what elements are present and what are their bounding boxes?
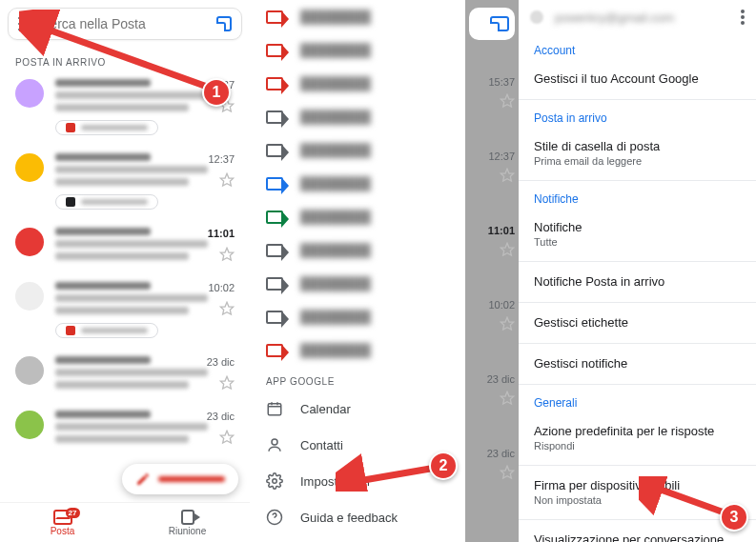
label-icon xyxy=(266,244,283,257)
email-time: 12:37 xyxy=(208,153,235,211)
setting-mobile-signature[interactable]: Firma per dispositivi mobili Non imposta… xyxy=(519,468,756,517)
inbox-section-label: POSTA IN ARRIVO xyxy=(0,48,250,71)
star-icon[interactable] xyxy=(500,168,515,183)
apps-google-label: APP GOOGLE xyxy=(251,367,465,391)
sender-avatar xyxy=(15,153,44,182)
drawer-help[interactable]: Guida e feedback xyxy=(251,499,465,535)
email-item[interactable]: 23 dic xyxy=(0,403,250,457)
label-name: ████████ xyxy=(300,143,371,157)
setting-conversation-view[interactable]: Visualizzazione per conversazione xyxy=(519,522,756,542)
email-item[interactable]: 10:02 xyxy=(0,274,250,349)
setting-notifications[interactable]: Notifiche Tutte xyxy=(519,210,756,259)
drawer-calendar-label: Calendar xyxy=(300,402,351,416)
sender-avatar xyxy=(15,79,44,108)
label-icon xyxy=(266,311,283,324)
nav-mail-label: Posta xyxy=(51,526,75,536)
setting-manage-account[interactable]: Gestisci il tuo Account Google xyxy=(519,61,756,97)
calendar-icon xyxy=(266,400,283,417)
star-icon[interactable] xyxy=(219,301,235,316)
star-icon[interactable] xyxy=(500,93,515,109)
section-general: Generali xyxy=(519,387,756,413)
star-icon[interactable] xyxy=(500,316,515,331)
attachment-chip[interactable] xyxy=(55,120,158,135)
label-name: ████████ xyxy=(300,310,371,324)
gear-icon xyxy=(266,472,283,490)
svg-marker-14 xyxy=(501,391,513,404)
search-input[interactable] xyxy=(40,16,207,31)
nav-mail[interactable]: 27 Posta xyxy=(0,503,125,542)
star-icon[interactable] xyxy=(500,242,515,257)
drawer-label-item[interactable]: ████████ xyxy=(251,167,465,200)
kebab-menu-icon[interactable] xyxy=(741,10,745,25)
star-icon[interactable] xyxy=(500,465,515,480)
star-icon[interactable] xyxy=(219,430,235,445)
sender-avatar xyxy=(15,282,44,311)
email-time: 23 dic xyxy=(207,411,235,448)
setting-default-reply[interactable]: Azione predefinita per le risposte Rispo… xyxy=(519,413,756,463)
email-item[interactable]: 15:37 xyxy=(0,71,250,146)
label-icon xyxy=(266,211,283,224)
label-icon xyxy=(266,44,283,57)
star-icon[interactable] xyxy=(500,391,515,406)
star-icon[interactable] xyxy=(219,98,235,113)
label-name: ████████ xyxy=(300,276,371,291)
drawer-label-item[interactable]: ████████ xyxy=(251,133,465,167)
label-icon xyxy=(266,77,283,90)
setting-inbox-notifications[interactable]: Notifiche Posta in arrivo xyxy=(519,264,756,300)
label-name: ████████ xyxy=(300,243,371,257)
label-icon xyxy=(266,177,283,191)
drawer-help-label: Guida e feedback xyxy=(300,511,398,525)
hamburger-menu-icon[interactable] xyxy=(18,17,31,30)
label-name: ████████ xyxy=(300,210,371,224)
search-bar[interactable] xyxy=(8,8,242,40)
email-item[interactable]: 11:01 xyxy=(0,220,250,274)
star-icon[interactable] xyxy=(219,375,235,391)
svg-marker-3 xyxy=(220,302,233,314)
nav-meet[interactable]: Riunione xyxy=(125,503,250,542)
section-notifications: Notifiche xyxy=(519,183,756,210)
drawer-label-item[interactable]: ████████ xyxy=(251,233,465,267)
video-icon xyxy=(181,510,194,525)
setting-manage-notifications[interactable]: Gestisci notifiche xyxy=(519,346,756,382)
attachment-chip[interactable] xyxy=(55,323,158,338)
label-icon xyxy=(266,277,283,291)
setting-inbox-style[interactable]: Stile di casella di posta Prima email da… xyxy=(519,129,756,178)
attachment-chip[interactable] xyxy=(55,194,158,210)
section-inbox: Posta in arrivo xyxy=(519,102,756,129)
drawer-label-item[interactable]: ████████ xyxy=(251,67,465,100)
email-time: 23 dic xyxy=(207,356,235,393)
sender-avatar xyxy=(15,228,44,256)
star-icon[interactable] xyxy=(219,172,235,188)
drawer-contacts[interactable]: Contatti xyxy=(251,427,465,463)
email-item[interactable]: 12:37 xyxy=(0,146,250,220)
drawer-label-item[interactable]: ████████ xyxy=(251,100,465,133)
drawer-label-item[interactable]: ████████ xyxy=(251,333,465,367)
drawer-label-item[interactable]: ████████ xyxy=(251,200,465,233)
email-item[interactable]: 23 dic xyxy=(0,349,250,403)
label-name: ████████ xyxy=(300,43,371,57)
svg-marker-12 xyxy=(501,243,513,255)
drawer-label-item[interactable]: ████████ xyxy=(251,300,465,333)
nav-meet-label: Riunione xyxy=(169,526,206,536)
compose-fab[interactable] xyxy=(122,464,238,494)
drawer-settings[interactable]: Impostazioni xyxy=(251,463,465,499)
drawer-label-item[interactable]: ████████ xyxy=(251,267,465,300)
label-name: ████████ xyxy=(300,10,371,24)
drawer-calendar[interactable]: Calendar xyxy=(251,391,465,427)
svg-point-7 xyxy=(272,439,277,445)
svg-marker-0 xyxy=(220,99,233,111)
email-time: 10:02 xyxy=(208,282,235,339)
drawer-label-item[interactable]: ████████ xyxy=(251,33,465,67)
cast-icon-dim xyxy=(490,16,509,31)
setting-manage-labels[interactable]: Gestisci etichette xyxy=(519,305,756,341)
settings-account-header[interactable]: powerkry@gmail.com xyxy=(519,0,756,34)
svg-marker-5 xyxy=(220,431,233,443)
cast-icon[interactable] xyxy=(216,16,232,31)
svg-marker-15 xyxy=(501,466,513,478)
star-icon[interactable] xyxy=(219,247,235,262)
label-icon xyxy=(266,10,283,24)
svg-point-8 xyxy=(273,479,277,484)
svg-rect-6 xyxy=(268,404,281,415)
drawer-label-item[interactable]: ████████ xyxy=(251,0,465,33)
svg-marker-4 xyxy=(220,376,233,389)
